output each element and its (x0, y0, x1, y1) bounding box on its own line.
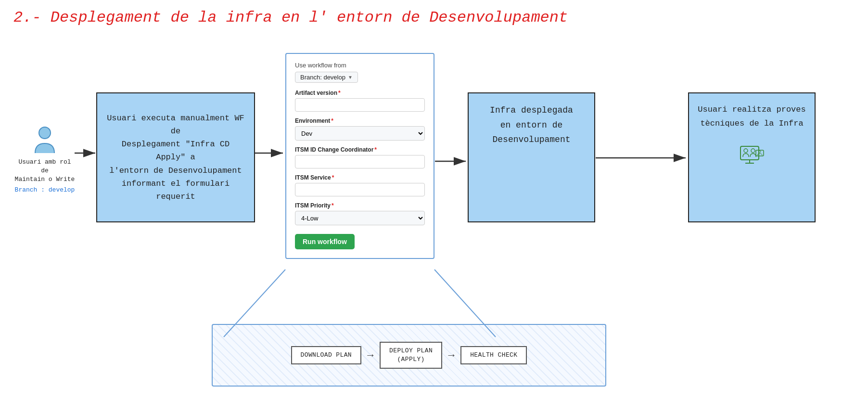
svg-point-12 (751, 149, 755, 153)
proves-box: Usuari realitza provestècniques de la In… (688, 92, 816, 222)
required-mark: * (374, 146, 377, 153)
itsm-priority-label: ITSM Priority * (295, 202, 425, 209)
pipeline-arrow-2: → (442, 349, 460, 361)
environment-select[interactable]: Dev Staging Production (295, 126, 425, 141)
step1-box: Usuari executa manualment WF deDesplegam… (96, 92, 255, 222)
user-icon (32, 125, 57, 155)
artifact-version-input[interactable] (295, 98, 425, 112)
required-mark: * (332, 202, 334, 209)
pipeline-step-download: DOWNLOAD PLAN (291, 346, 362, 364)
artifact-version-field: Artifact version * (295, 90, 425, 112)
pipeline-step-deploy: DEPLOY PLAN(APPLY) (380, 342, 442, 369)
svg-point-11 (744, 149, 748, 153)
pipeline-arrow-1: → (361, 349, 380, 361)
required-mark: * (332, 174, 334, 181)
required-mark: * (338, 90, 341, 96)
svg-point-7 (39, 127, 51, 139)
itsm-id-input[interactable] (295, 155, 425, 168)
workflow-from-label: Use workflow from (295, 62, 425, 69)
branch-button[interactable]: Branch: develop ▼ (295, 72, 358, 83)
proves-icon (689, 145, 815, 166)
itsm-priority-field: ITSM Priority * 4-Low 3-Medium 2-High 1-… (295, 202, 425, 225)
itsm-service-label: ITSM Service * (295, 174, 425, 181)
pipeline-step-health: HEALTH CHECK (460, 346, 527, 364)
itsm-id-field: ITSM ID Change Coordinator * (295, 146, 425, 168)
actor-branch: Branch : develop (15, 186, 75, 194)
environment-label: Environment * (295, 117, 425, 124)
svg-rect-13 (756, 150, 764, 156)
screen-users-icon (740, 145, 765, 166)
itsm-service-input[interactable] (295, 183, 425, 196)
pipeline-inner: DOWNLOAD PLAN → DEPLOY PLAN(APPLY) → HEA… (291, 342, 527, 369)
itsm-service-field: ITSM Service * (295, 174, 425, 196)
itsm-id-label: ITSM ID Change Coordinator * (295, 146, 425, 153)
pipeline-box: DOWNLOAD PLAN → DEPLOY PLAN(APPLY) → HEA… (212, 324, 606, 387)
run-workflow-button[interactable]: Run workflow (295, 234, 355, 249)
artifact-version-label: Artifact version * (295, 90, 425, 96)
actor-user: Usuari amb rol deMaintain o Write Branch… (13, 125, 76, 194)
infra-box: Infra desplegadaen entorn deDesenvolupam… (468, 92, 595, 222)
branch-btn-label: Branch: develop (300, 74, 345, 81)
actor-label: Usuari amb rol deMaintain o Write (13, 158, 76, 184)
proves-box-text: Usuari realitza provestècniques de la In… (689, 93, 815, 141)
environment-field: Environment * Dev Staging Production (295, 117, 425, 141)
form-panel: Use workflow from Branch: develop ▼ Arti… (285, 53, 434, 259)
chevron-down-icon: ▼ (348, 75, 353, 80)
infra-box-text: Infra desplegadaen entorn deDesenvolupam… (469, 93, 594, 157)
itsm-priority-select[interactable]: 4-Low 3-Medium 2-High 1-Critical (295, 211, 425, 225)
required-mark: * (331, 117, 333, 124)
page-title: 2.- Desplegament de la infra en l' entor… (13, 9, 568, 26)
step1-text: Usuari executa manualment WF deDesplegam… (105, 112, 246, 203)
